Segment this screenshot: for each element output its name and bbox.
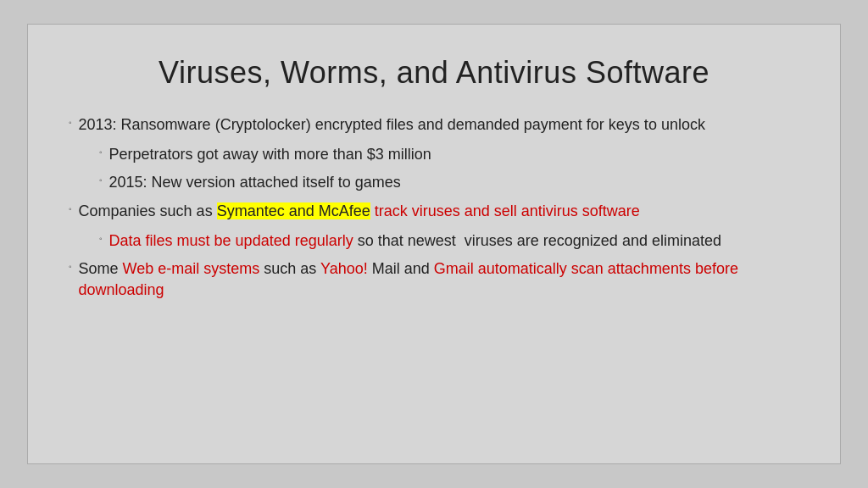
bullet-6-yahoo: Yahoo! — [320, 260, 368, 277]
highlight-symantec-mcafee: Symantec and McAfee — [217, 202, 370, 219]
bullet-2: ◦ Perpetrators got away with more than $… — [99, 144, 799, 165]
bullet-6-text: Some Web e-mail systems such as Yahoo! M… — [79, 258, 799, 301]
bullet-5-red-part: Data files must be updated regularly — [109, 232, 353, 249]
bullet-3: ◦ 2015: New version attached itself to g… — [99, 172, 799, 193]
bullet-5-text: Data files must be updated regularly so … — [109, 230, 799, 252]
bullet-dot-4: ◦ — [69, 203, 72, 215]
bullet-1-text: 2013: Ransomware (Cryptolocker) encrypte… — [79, 114, 799, 136]
bullet-dot-6: ◦ — [69, 261, 72, 273]
bullet-6: ◦ Some Web e-mail systems such as Yahoo!… — [69, 258, 799, 301]
bullet-dot-2: ◦ — [99, 147, 103, 158]
bullet-dot-5: ◦ — [99, 233, 103, 245]
bullet-4: ◦ Companies such as Symantec and McAfee … — [69, 201, 799, 222]
bullet-5: ◦ Data files must be updated regularly s… — [99, 230, 799, 252]
bullet-dot-3: ◦ — [99, 175, 103, 186]
slide-title: Viruses, Worms, and Antivirus Software — [69, 55, 799, 91]
bullet-4-red-text: track viruses and sell antivirus softwar… — [370, 202, 640, 219]
bullet-6-web-email: Web e-mail systems — [123, 260, 260, 277]
bullet-dot-1: ◦ — [69, 117, 72, 129]
bullet-4-text: Companies such as Symantec and McAfee tr… — [79, 201, 799, 222]
slide-content: ◦ 2013: Ransomware (Cryptolocker) encryp… — [69, 114, 799, 304]
slide: Viruses, Worms, and Antivirus Software ◦… — [27, 24, 841, 464]
bullet-2-text: Perpetrators got away with more than $3 … — [109, 144, 799, 165]
bullet-1: ◦ 2013: Ransomware (Cryptolocker) encryp… — [69, 114, 799, 136]
bullet-3-text: 2015: New version attached itself to gam… — [109, 172, 799, 193]
